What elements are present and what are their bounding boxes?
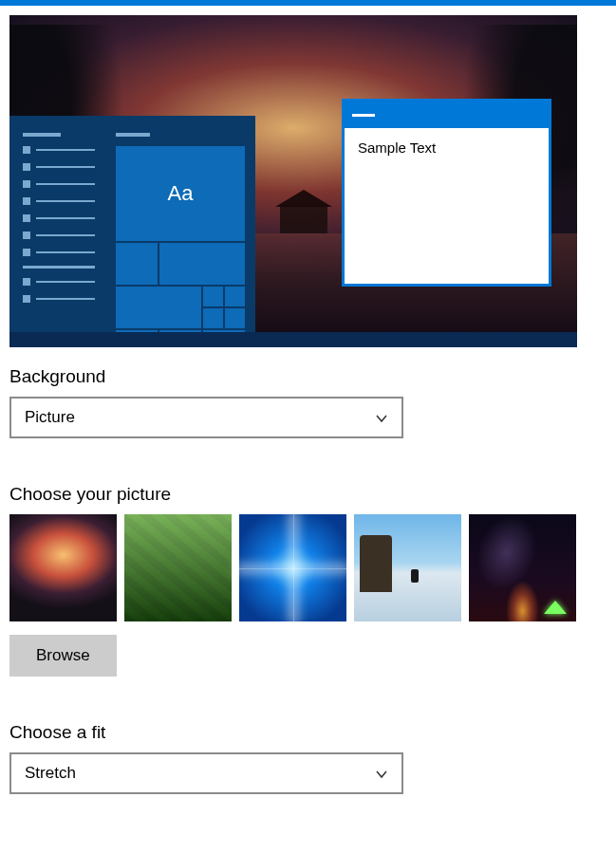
background-label: Background: [9, 366, 607, 387]
sample-window-titlebar: [345, 102, 549, 128]
picture-thumb-beach-rocks[interactable]: [354, 514, 461, 621]
wallpaper-decoration: [280, 205, 327, 233]
picture-thumb-windows-10-light[interactable]: [239, 514, 346, 621]
tile-label: Aa: [168, 181, 194, 206]
picture-thumbnails: [9, 514, 607, 621]
start-header-line: [23, 133, 61, 137]
background-dropdown[interactable]: Picture: [9, 397, 403, 438]
background-selected-value: Picture: [25, 408, 75, 427]
picture-thumb-green-tea-fields[interactable]: [124, 514, 232, 621]
start-tiles: Aa: [116, 133, 247, 347]
start-menu-mock: Aa: [9, 116, 255, 347]
start-app-list: [23, 146, 95, 312]
chevron-down-icon: [375, 411, 388, 424]
fit-selected-value: Stretch: [25, 764, 76, 783]
choose-picture-label: Choose your picture: [9, 484, 607, 505]
tile-large: Aa: [116, 146, 245, 241]
picture-thumb-sunset-cabin[interactable]: [9, 514, 117, 621]
fit-dropdown[interactable]: Stretch: [9, 752, 403, 794]
taskbar-mock: [9, 332, 577, 347]
background-preview: Aa: [9, 15, 577, 347]
chevron-down-icon: [375, 767, 388, 780]
settings-content: Aa: [0, 6, 616, 823]
choose-fit-label: Choose a fit: [9, 722, 607, 743]
picture-thumb-night-sky-tent[interactable]: [469, 514, 576, 621]
sample-window-body: Sample Text: [345, 128, 549, 167]
browse-button[interactable]: Browse: [9, 635, 117, 677]
sample-window-mock: Sample Text: [342, 99, 551, 287]
